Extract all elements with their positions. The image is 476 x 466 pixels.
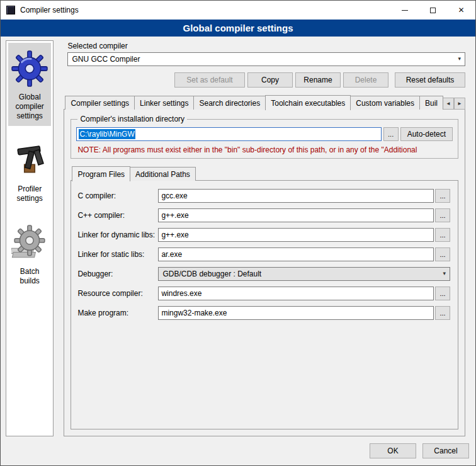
auto-detect-button[interactable]: Auto-detect [400, 127, 453, 141]
sidebar-item-label: Profiler settings [9, 185, 50, 203]
debugger-value: GDB/CDB debugger : Default [162, 270, 261, 278]
cpp-compiler-label: C++ compiler: [77, 211, 158, 220]
profiler-tool-icon [9, 140, 50, 181]
window-title: Compiler settings [20, 6, 79, 14]
tab-build-options[interactable]: Buil [419, 96, 443, 110]
page-title: Global compiler settings [1, 20, 475, 37]
reset-defaults-button[interactable]: Reset defaults [395, 72, 465, 88]
sidebar-item-batch-builds[interactable]: Batch builds [8, 217, 51, 291]
sidebar-item-global-compiler-settings[interactable]: Global compiler settings [8, 43, 51, 126]
tab-scroll-left-button[interactable]: ◄ [443, 98, 454, 110]
tab-program-files[interactable]: Program Files [72, 166, 130, 181]
field-row-make-program: Make program: ... [77, 306, 450, 320]
c-compiler-input[interactable] [158, 189, 434, 203]
installation-directory-row: C:\raylib\MinGW ... Auto-detect [76, 127, 453, 141]
tab-compiler-settings[interactable]: Compiler settings [65, 96, 135, 110]
tab-linker-settings[interactable]: Linker settings [134, 96, 194, 110]
resource-compiler-input[interactable] [158, 287, 434, 300]
field-row-resource-compiler: Resource compiler: ... [77, 287, 450, 300]
selected-compiler-combobox[interactable]: GNU GCC Compiler ▾ [67, 52, 465, 66]
tab-search-directories[interactable]: Search directories [193, 96, 266, 110]
tab-scroll-right-button[interactable]: ► [454, 98, 465, 110]
installation-directory-group: Compiler's installation directory C:\ray… [71, 115, 458, 159]
main-area: Global compiler settings Profiler settin… [1, 37, 475, 439]
compiler-tabstrip: Compiler settings Linker settings Search… [64, 95, 465, 110]
title-bar: Compiler settings ✕ [1, 1, 475, 20]
cancel-button[interactable]: Cancel [422, 443, 469, 458]
resource-compiler-browse-button[interactable]: ... [435, 287, 450, 300]
chevron-down-icon: ▾ [458, 55, 461, 62]
make-program-input[interactable] [158, 306, 434, 320]
dialog-footer: OK Cancel [1, 439, 475, 458]
field-row-linker-dynamic: Linker for dynamic libs: ... [77, 228, 450, 242]
tab-toolchain-executables[interactable]: Toolchain executables [265, 95, 351, 110]
linker-dynamic-browse-button[interactable]: ... [435, 228, 450, 242]
cpp-compiler-input[interactable] [158, 208, 434, 222]
resource-compiler-label: Resource compiler: [77, 289, 158, 298]
tab-custom-variables[interactable]: Custom variables [350, 96, 420, 110]
gear-gray-icon [9, 223, 50, 263]
debugger-label: Debugger: [77, 270, 158, 278]
close-button[interactable]: ✕ [447, 1, 475, 20]
set-as-default-button: Set as default [174, 72, 245, 88]
app-icon [6, 6, 15, 14]
ok-button[interactable]: OK [370, 443, 416, 458]
field-row-linker-static: Linker for static libs: ... [77, 247, 450, 261]
installation-directory-value: C:\raylib\MinGW [79, 129, 135, 139]
window-controls: ✕ [390, 1, 475, 20]
minimize-button[interactable] [390, 1, 419, 20]
chevron-down-icon: ▾ [443, 270, 446, 276]
program-files-tabstrip: Program Files Additional Paths [71, 166, 458, 181]
linker-dynamic-label: Linker for dynamic libs: [77, 230, 158, 239]
delete-button: Delete [343, 72, 388, 88]
c-compiler-browse-button[interactable]: ... [435, 189, 450, 203]
linker-static-browse-button[interactable]: ... [435, 247, 450, 261]
bin-subdirectory-note: NOTE: All programs must exist either in … [77, 145, 453, 154]
tab-additional-paths[interactable]: Additional Paths [130, 167, 196, 181]
compiler-button-row: Set as default Copy Rename Delete Reset … [64, 72, 465, 88]
sidebar-item-label: Batch builds [9, 267, 50, 286]
gear-blue-icon [9, 48, 50, 89]
selected-compiler-label: Selected compiler [67, 42, 465, 50]
selected-compiler-value: GNU GCC Compiler [72, 55, 140, 64]
minimize-icon [402, 10, 408, 11]
content-area: Selected compiler GNU GCC Compiler ▾ Set… [60, 40, 470, 439]
make-program-browse-button[interactable]: ... [435, 306, 450, 320]
debugger-select[interactable]: GDB/CDB debugger : Default ▾ [158, 267, 450, 281]
settings-sidebar: Global compiler settings Profiler settin… [6, 40, 54, 436]
toolchain-executables-panel: Compiler's installation directory C:\ray… [64, 109, 465, 436]
close-icon: ✕ [458, 6, 464, 14]
cpp-compiler-browse-button[interactable]: ... [435, 208, 450, 222]
copy-button[interactable]: Copy [247, 72, 293, 88]
field-row-c-compiler: C compiler: ... [77, 189, 450, 203]
browse-directory-button[interactable]: ... [383, 127, 399, 141]
maximize-icon [430, 8, 436, 13]
sidebar-item-profiler-settings[interactable]: Profiler settings [8, 135, 51, 208]
linker-static-label: Linker for static libs: [77, 250, 158, 259]
program-files-panel: C compiler: ... C++ compiler: ... Linker… [71, 180, 458, 429]
maximize-button[interactable] [419, 1, 447, 20]
tab-scroll-arrows: ◄ ► [443, 98, 465, 110]
linker-static-input[interactable] [158, 247, 434, 261]
linker-dynamic-input[interactable] [158, 228, 434, 242]
c-compiler-label: C compiler: [77, 191, 158, 200]
installation-directory-legend: Compiler's installation directory [77, 115, 187, 123]
rename-button[interactable]: Rename [295, 72, 341, 88]
field-row-debugger: Debugger: GDB/CDB debugger : Default ▾ [77, 267, 450, 281]
sidebar-item-label: Global compiler settings [9, 93, 50, 121]
make-program-label: Make program: [77, 309, 158, 317]
installation-directory-input[interactable]: C:\raylib\MinGW [76, 127, 381, 141]
field-row-cpp-compiler: C++ compiler: ... [77, 208, 450, 222]
